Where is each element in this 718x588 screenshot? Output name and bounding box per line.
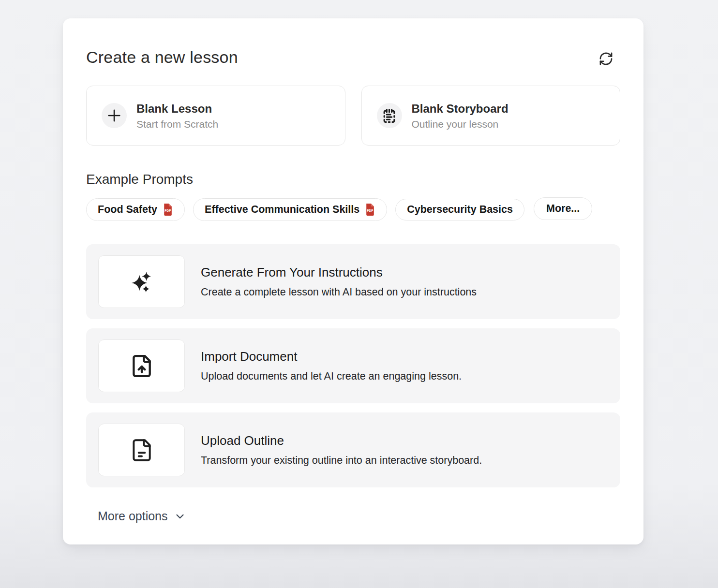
prompt-pill-food-safety[interactable]: Food Safety PDF <box>86 198 185 221</box>
plus-icon <box>102 103 127 128</box>
file-up-icon <box>98 339 185 392</box>
prompt-pill-cybersecurity-basics[interactable]: Cybersecurity Basics <box>395 199 524 220</box>
more-options-label: More options <box>98 509 168 523</box>
sparkles-icon <box>98 255 185 308</box>
blank-storyboard-subtitle: Outline your lesson <box>412 118 509 130</box>
blank-lesson-card[interactable]: Blank Lesson Start from Scratch <box>86 86 345 146</box>
option-text: Upload Outline Transform your existing o… <box>201 433 482 466</box>
blank-lesson-subtitle: Start from Scratch <box>136 118 218 130</box>
option-import-document[interactable]: Import Document Upload documents and let… <box>86 328 620 403</box>
svg-text:PDF: PDF <box>367 209 374 212</box>
prompt-pill-more[interactable]: More... <box>534 197 592 220</box>
blank-storyboard-card[interactable]: Blank Storyboard Outline your lesson <box>361 86 621 146</box>
option-text: Generate From Your Instructions Create a… <box>201 265 477 298</box>
example-prompts-heading: Example Prompts <box>86 172 620 187</box>
prompt-pill-label: More... <box>546 203 580 215</box>
blank-templates-row: Blank Lesson Start from Scratch Blank St… <box>86 86 620 146</box>
option-text: Import Document Upload documents and let… <box>201 349 462 382</box>
option-subtitle: Create a complete lesson with AI based o… <box>201 286 477 298</box>
more-options-button[interactable]: More options <box>95 509 189 524</box>
pdf-file-icon: PDF <box>364 203 375 216</box>
option-subtitle: Transform your existing outline into an … <box>201 455 482 467</box>
panel-header: Create a new lesson <box>86 44 620 69</box>
option-subtitle: Upload documents and let AI create an en… <box>201 370 462 382</box>
option-generate-from-instructions[interactable]: Generate From Your Instructions Create a… <box>86 244 620 319</box>
prompt-pill-communication-skills[interactable]: Effective Communication Skills PDF <box>193 198 387 221</box>
option-title: Generate From Your Instructions <box>201 265 477 280</box>
blank-storyboard-text: Blank Storyboard Outline your lesson <box>412 102 509 130</box>
chevron-down-icon <box>174 510 186 523</box>
prompt-pill-label: Effective Communication Skills <box>205 204 359 216</box>
creation-options-list: Generate From Your Instructions Create a… <box>86 244 620 487</box>
svg-text:PDF: PDF <box>165 209 171 212</box>
prompt-pill-label: Cybersecurity Basics <box>407 204 513 216</box>
page-title: Create a new lesson <box>86 47 238 67</box>
create-lesson-panel: Create a new lesson Blank Lesson Sta <box>63 18 643 544</box>
blank-lesson-title: Blank Lesson <box>136 102 218 116</box>
blank-lesson-text: Blank Lesson Start from Scratch <box>136 102 218 130</box>
pdf-file-icon: PDF <box>162 203 173 216</box>
example-prompts-row: Food Safety PDF Effective Communication … <box>86 198 620 221</box>
file-text-icon <box>98 424 185 476</box>
prompt-pill-label: Food Safety <box>98 204 157 216</box>
notepad-dashed-icon <box>377 103 402 128</box>
option-title: Import Document <box>201 349 462 364</box>
refresh-button[interactable] <box>596 48 616 69</box>
option-title: Upload Outline <box>201 433 482 448</box>
refresh-icon <box>598 51 613 66</box>
option-upload-outline[interactable]: Upload Outline Transform your existing o… <box>86 412 620 487</box>
blank-storyboard-title: Blank Storyboard <box>412 102 509 116</box>
